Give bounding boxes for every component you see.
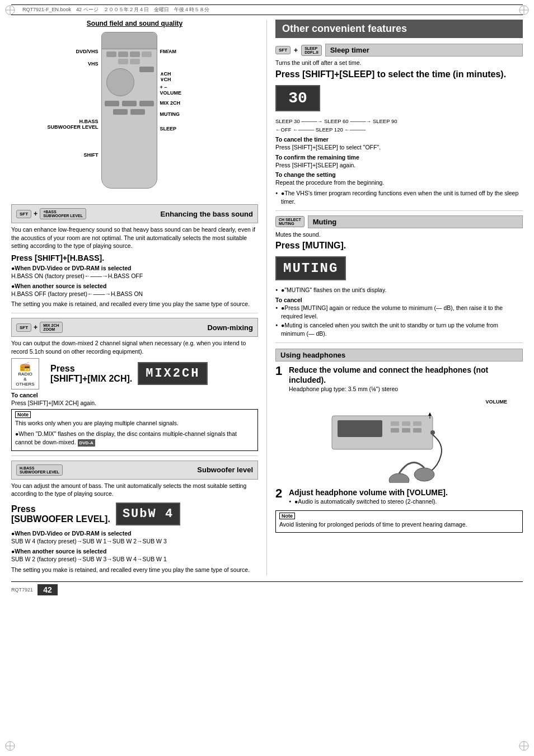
- downmix-cancel-label: To cancel: [11, 392, 258, 398]
- shift-key-btn: SFT: [16, 210, 31, 218]
- divider-4: [275, 342, 523, 343]
- downmix-feature-box: SFT + MIX 2CH ZOOM Down-mixing: [11, 318, 258, 337]
- remote-grille: [102, 32, 157, 49]
- headphones-header: Using headphones: [275, 349, 523, 361]
- muting-cancel-label: To cancel: [275, 297, 523, 303]
- headphones-note-box: Note Avoid listening for prolonged perio…: [275, 510, 523, 533]
- lbl-sleep: SLEEP: [160, 126, 222, 132]
- top-bar-text: RQT7921-F_EN.book 42 ページ ２００５年２月４日 金曜日 午…: [22, 6, 209, 13]
- svg-point-23: [414, 468, 434, 481]
- radio-icon: 📻 RADIO&OTHERS: [11, 358, 39, 389]
- btn6: [130, 59, 140, 64]
- plus-sign-1: +: [34, 210, 38, 218]
- btn4: [142, 51, 152, 57]
- subwoofer-bullet1-text: SUB W 4 (factory preset)→SUB W 1→SUB W 2…: [11, 537, 258, 546]
- btn3: [130, 51, 140, 57]
- subwoofer-press: Press [SUBWOOFER LEVEL].: [11, 504, 110, 524]
- step2-bullet: ●Audio is automatically switched to ster…: [289, 497, 448, 506]
- sleep-section-header: Sleep timer: [325, 44, 523, 57]
- enhancing-bullet2-label: ●When another source is selected: [11, 283, 258, 289]
- sleep-confirm-label: To confirm the remaining time: [275, 154, 523, 161]
- subwoofer-note: The setting you make is retained, and re…: [11, 566, 258, 574]
- lbl-volume: + − VOLUME: [160, 84, 222, 96]
- divider-1: [11, 313, 258, 313]
- subwoofer-bullet2-label: ●When another source is selected: [11, 548, 258, 555]
- step2-content: Adjust headphone volume with [VOLUME]. ●…: [289, 487, 448, 507]
- subwoofer-bullet2-text: SUB W 2 (factory preset)→SUB W 3→SUB W 4…: [11, 555, 258, 564]
- btn2: [118, 51, 128, 57]
- step1-detail: Headphone plug type: 3.5 mm (⅛") stereo: [289, 385, 523, 393]
- muting-bullet: ●"MUTING" flashes on the unit's display.: [275, 286, 523, 294]
- downmix-press-row: 📻 RADIO&OTHERS Press [SHIFT]+[MIX 2CH]. …: [11, 358, 258, 389]
- step2-num: 2: [275, 487, 289, 500]
- right-main-header: Other convenient features: [275, 20, 523, 38]
- enhancing-feature-box: SFT + +BASS SUBWOOFER LEVEL Enhancing th…: [11, 204, 258, 223]
- muting-press: Press [MUTING].: [275, 241, 523, 251]
- lbl-ch-down: ∨CH: [160, 77, 222, 82]
- sleep-key-btn: SLEEP DDFL.II: [301, 45, 322, 56]
- dvda-badge: DVD-A: [78, 439, 95, 447]
- subwoofer-key-combo: H.BASS SUBWOOFER LEVEL: [16, 464, 63, 476]
- muting-key-btn: CH SELECT MUTING: [275, 216, 305, 227]
- downmix-press: Press [SHIFT]+[MIX 2CH].: [50, 364, 132, 384]
- left-column: Sound field and sound quality: [11, 20, 267, 576]
- hp-note-text: Avoid listening for prolonged periods of…: [279, 520, 519, 529]
- step2: 2 Adjust headphone volume with [VOLUME].…: [275, 487, 523, 507]
- downmix-press-text: Press [SHIFT]+[MIX 2CH].: [50, 361, 132, 386]
- label-dvd-vhs: DVD/VHS VHS: [45, 49, 99, 67]
- hp-svg: [321, 405, 477, 483]
- sleep-shift-btn: SFT: [275, 46, 291, 54]
- sleep-cancel-label: To cancel the timer: [275, 136, 523, 143]
- downmix-note1: This works only when you are playing mul…: [15, 419, 254, 428]
- lbl-muting: MUTING: [160, 111, 222, 117]
- btn11: [113, 109, 128, 115]
- remote-body: [101, 32, 157, 189]
- step1-num: 1: [275, 365, 289, 377]
- svg-rect-19: [413, 428, 421, 433]
- enhancing-bullet2-text: H.BASS OFF (factory preset)←——→H.BASS ON: [11, 290, 258, 298]
- svg-rect-15: [402, 421, 410, 426]
- mix2ch-key-btn: MIX 2CH ZOOM: [40, 322, 62, 333]
- hbass-key-btn: +BASS SUBWOOFER LEVEL: [40, 208, 86, 219]
- plus-sign-3: +: [294, 46, 298, 54]
- subwoofer-display: SUbW 4: [116, 503, 180, 525]
- model-number: RQT7921: [11, 587, 33, 593]
- nav-cluster: [106, 68, 134, 96]
- btn5: [118, 59, 128, 64]
- remote-buttons: [102, 49, 157, 118]
- divider-3: [275, 210, 523, 211]
- sleep-confirm-text: Press [SHIFT]+[SLEEP] again.: [275, 161, 523, 170]
- btn1: [106, 51, 116, 57]
- muting-intro: Mutes the sound.: [275, 231, 523, 239]
- btn12: [130, 109, 145, 115]
- svg-marker-21: [428, 412, 432, 416]
- radio-label: RADIO&OTHERS: [14, 372, 36, 387]
- sleep-change-label: To change the setting: [275, 171, 523, 178]
- svg-point-22: [430, 430, 435, 435]
- svg-rect-16: [413, 421, 421, 426]
- plus-sign-2: +: [34, 323, 38, 331]
- subwoofer-title: Subwoofer level: [63, 466, 253, 474]
- downmix-desc: You can output the down-mixed 2 channel …: [11, 339, 258, 355]
- divider-2: [11, 456, 258, 456]
- hp-illustration-area: VOLUME: [275, 399, 523, 484]
- lbl-vhs: VHS: [45, 61, 99, 67]
- sleep-display-area: 30: [275, 83, 523, 114]
- svg-rect-18: [402, 428, 410, 433]
- subwoofer-press-row: Press [SUBWOOFER LEVEL]. SUbW 4: [11, 500, 258, 528]
- subw-key-btn: H.BASS SUBWOOFER LEVEL: [16, 464, 63, 476]
- left-section-header: Sound field and sound quality: [11, 20, 258, 27]
- lbl-ch-up: ∧CH: [160, 71, 222, 77]
- downmix-display: MIX2CH: [138, 362, 208, 385]
- subwoofer-desc: You can adjust the amount of bass. The u…: [11, 482, 258, 498]
- note-label-1: Note: [15, 411, 31, 418]
- volume-label: VOLUME: [275, 399, 512, 405]
- step1: 1 Reduce the volume and connect the head…: [275, 365, 523, 396]
- enhancing-press: Press [SHIFT]+[H.BASS].: [11, 253, 258, 262]
- corner-bottom-right: [518, 740, 530, 752]
- muting-display-area: MUTING: [275, 254, 523, 283]
- svg-rect-13: [338, 420, 382, 437]
- enhancing-bullet1-label: ●When DVD-Video or DVD-RAM is selected: [11, 265, 258, 271]
- corner-top-right: [518, 4, 530, 16]
- enhancing-note: The setting you make is retained, and re…: [11, 300, 258, 308]
